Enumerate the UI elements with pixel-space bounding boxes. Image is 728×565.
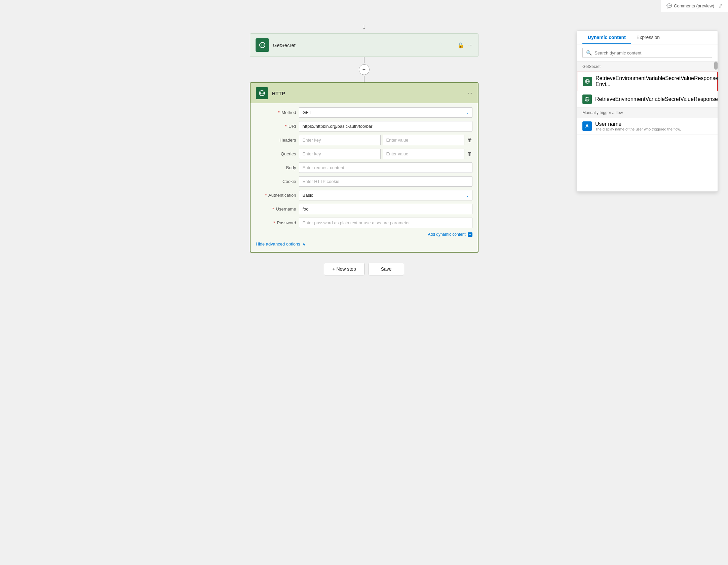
username-input[interactable]	[299, 204, 472, 214]
dynamic-item-user-content: User name The display name of the user w…	[595, 121, 681, 131]
uri-input[interactable]	[299, 121, 472, 131]
headers-delete-icon[interactable]: 🗑	[467, 137, 472, 143]
uri-label: * URI	[256, 124, 296, 129]
new-step-button[interactable]: + New step	[324, 263, 364, 275]
headers-label: Headers	[256, 138, 296, 143]
top-bar: 💬 Comments (preview) ⤢	[661, 0, 728, 12]
dynamic-item-icon-2	[582, 95, 592, 104]
arrow-connector-top: ↓	[362, 23, 366, 31]
dynamic-item-icon-user	[582, 121, 592, 131]
dynamic-item-icon-1	[583, 77, 592, 86]
dynamic-item-retrieve-env[interactable]: RetrieveEnvironmentVariableSecretValueRe…	[577, 91, 718, 108]
tab-dynamic-content[interactable]: Dynamic content	[582, 31, 631, 44]
authentication-select[interactable]: Basic None Client Certificate Active Dir…	[299, 190, 472, 200]
password-required: *	[273, 220, 275, 225]
method-label: * Method	[256, 110, 296, 115]
dynamic-search-input[interactable]	[595, 50, 708, 55]
scroll-indicator	[714, 62, 718, 70]
get-secret-title: GetSecret	[273, 42, 454, 48]
password-row: * Password	[256, 218, 472, 228]
uri-required: *	[285, 124, 286, 129]
connector-add: +	[359, 57, 370, 82]
http-title: HTTP	[272, 90, 464, 96]
username-required: *	[272, 206, 274, 212]
http-card-header: HTTP ···	[251, 83, 478, 103]
add-dynamic-link: Add dynamic content +	[256, 231, 472, 237]
queries-label: Queries	[256, 151, 296, 156]
authentication-label: * Authentication	[256, 193, 296, 198]
username-row: * Username	[256, 204, 472, 214]
comment-icon: 💬	[666, 3, 672, 8]
queries-row: Queries 🗑	[256, 149, 472, 159]
dynamic-item-title-1: RetrieveEnvironmentVariableSecretValueRe…	[596, 75, 718, 87]
dynamic-item-text-2: RetrieveEnvironmentVariableSecretValueRe…	[595, 96, 718, 102]
headers-inputs	[299, 135, 464, 145]
queries-delete-icon[interactable]: 🗑	[467, 151, 472, 157]
queries-value-input[interactable]	[383, 149, 464, 159]
http-more-options[interactable]: ···	[468, 90, 472, 96]
hide-advanced-button[interactable]: Hide advanced options ∧	[256, 240, 472, 248]
svg-point-11	[586, 124, 588, 126]
tab-expression[interactable]: Expression	[631, 31, 665, 44]
dynamic-badge: +	[468, 232, 472, 237]
cookie-input[interactable]	[299, 176, 472, 187]
queries-inputs	[299, 149, 464, 159]
chevron-up-icon: ∧	[302, 241, 306, 247]
headers-key-input[interactable]	[299, 135, 381, 145]
method-row: * Method GET POST PUT DELETE PATCH ⌄	[256, 107, 472, 118]
panel-tabs: Dynamic content Expression	[577, 31, 718, 44]
bottom-actions: + New step Save	[324, 263, 404, 275]
method-select-wrapper: GET POST PUT DELETE PATCH ⌄	[299, 107, 472, 118]
expand-icon[interactable]: ⤢	[718, 3, 723, 9]
password-label: * Password	[256, 220, 296, 225]
section-manual-trigger: Manually trigger a flow	[577, 108, 718, 118]
hide-advanced-label: Hide advanced options	[256, 241, 300, 247]
password-input[interactable]	[299, 218, 472, 228]
auth-required: *	[265, 193, 267, 198]
queries-key-input[interactable]	[299, 149, 381, 159]
add-step-button[interactable]: +	[359, 64, 370, 75]
body-input[interactable]	[299, 162, 472, 173]
http-card: HTTP ··· * Method GET POST PUT DE	[250, 82, 478, 253]
panel-search: 🔍	[577, 44, 718, 62]
vertical-line-1	[364, 57, 365, 63]
card-actions: 🔒 ···	[457, 42, 472, 48]
username-label: * Username	[256, 206, 296, 212]
search-icon: 🔍	[586, 50, 592, 55]
add-dynamic-content-button[interactable]: Add dynamic content	[428, 232, 466, 237]
headers-row: Headers 🗑	[256, 135, 472, 145]
comments-label: Comments (preview)	[674, 3, 714, 8]
dynamic-item-user-title: User name	[595, 121, 681, 127]
svg-point-1	[261, 44, 263, 46]
dynamic-item-user-subtext: The display name of the user who trigger…	[595, 127, 681, 131]
save-button[interactable]: Save	[369, 263, 404, 275]
dynamic-item-username[interactable]: User name The display name of the user w…	[577, 118, 718, 135]
get-secret-icon	[256, 38, 269, 52]
dynamic-item-retrieve-env-envi[interactable]: RetrieveEnvironmentVariableSecretValueRe…	[577, 72, 718, 91]
comments-button[interactable]: 💬 Comments (preview)	[666, 3, 714, 8]
method-required: *	[278, 110, 279, 115]
method-select[interactable]: GET POST PUT DELETE PATCH	[299, 107, 472, 118]
authentication-row: * Authentication Basic None Client Certi…	[256, 190, 472, 200]
lock-icon[interactable]: 🔒	[457, 42, 464, 48]
auth-select-wrapper: Basic None Client Certificate Active Dir…	[299, 190, 472, 200]
cookie-label: Cookie	[256, 179, 296, 184]
more-options-icon[interactable]: ···	[468, 42, 472, 48]
cookie-row: Cookie	[256, 176, 472, 187]
headers-value-input[interactable]	[383, 135, 464, 145]
dynamic-item-text-1: RetrieveEnvironmentVariableSecretValueRe…	[596, 75, 718, 87]
body-label: Body	[256, 165, 296, 170]
http-icon	[256, 87, 268, 99]
vertical-line-2	[364, 76, 365, 82]
panel-content: GetSecret RetrieveEnvironmentVariableSec…	[577, 62, 718, 191]
get-secret-card: GetSecret 🔒 ···	[250, 33, 478, 57]
dynamic-content-panel: Dynamic content Expression 🔍 GetSecret	[577, 30, 718, 192]
section-get-secret: GetSecret	[577, 62, 718, 72]
http-card-body: * Method GET POST PUT DELETE PATCH ⌄	[251, 103, 478, 252]
body-row: Body	[256, 162, 472, 173]
search-box: 🔍	[582, 48, 712, 58]
uri-row: * URI	[256, 121, 472, 131]
